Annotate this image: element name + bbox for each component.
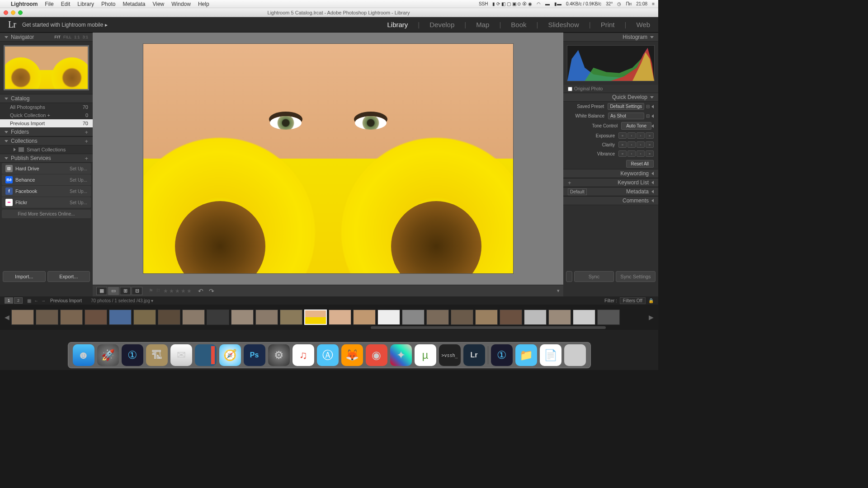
- toolbar-menu-icon[interactable]: ▾: [557, 288, 560, 294]
- forward-icon[interactable]: →: [41, 298, 46, 303]
- filmstrip-thumb[interactable]: [109, 310, 132, 325]
- export-button[interactable]: Export...: [47, 271, 90, 282]
- clarity-dec[interactable]: ‹: [627, 141, 636, 148]
- dock-system-preferences[interactable]: ⚙: [268, 344, 290, 366]
- dock-trash[interactable]: 🗑: [564, 344, 586, 366]
- module-slideshow[interactable]: Slideshow: [548, 21, 579, 28]
- status-menu-icon[interactable]: ≡: [652, 1, 655, 6]
- exposure-inc2[interactable]: »: [646, 132, 654, 139]
- filmstrip-right-arrow[interactable]: ▶: [649, 314, 654, 321]
- metadata-header[interactable]: Default Metadata: [563, 187, 658, 196]
- menu-help[interactable]: Help: [198, 1, 209, 7]
- vibrance-inc[interactable]: ›: [637, 150, 645, 157]
- catalog-row[interactable]: Previous Import70: [0, 119, 93, 127]
- import-button[interactable]: Import...: [3, 271, 46, 282]
- status-clock-icon[interactable]: ◷: [617, 1, 621, 6]
- filter-preset-select[interactable]: Filters Off: [620, 297, 646, 304]
- dock-document[interactable]: 📄: [540, 344, 561, 366]
- exposure-dec[interactable]: ‹: [627, 132, 636, 139]
- navigator-thumbnail[interactable]: [4, 45, 89, 90]
- vibrance-dec2[interactable]: «: [618, 150, 627, 157]
- catalog-row[interactable]: Quick Collection +0: [0, 111, 93, 119]
- filmstrip-scrollbar[interactable]: [371, 326, 606, 329]
- filmstrip-thumb[interactable]: [597, 310, 620, 325]
- app-menu[interactable]: Lightroom: [11, 1, 38, 7]
- menu-window[interactable]: Window: [171, 1, 191, 7]
- filmstrip-thumb[interactable]: [158, 310, 180, 325]
- sync-settings-button[interactable]: Sync Settings: [616, 271, 656, 282]
- collections-add-icon[interactable]: +: [85, 138, 88, 145]
- status-battery-icon[interactable]: ▮▬: [554, 1, 561, 6]
- publish-service-row[interactable]: BēBehanceSet Up...: [2, 174, 91, 185]
- original-photo-toggle[interactable]: Original Photo: [563, 85, 658, 93]
- publish-service-row[interactable]: ⊟Hard DriveSet Up...: [2, 163, 91, 174]
- saved-preset-select[interactable]: Default Settings: [608, 103, 644, 110]
- filmstrip[interactable]: ◀ ▶: [0, 305, 658, 330]
- quick-develop-header[interactable]: Quick Develop: [563, 93, 658, 102]
- metadata-preset-select[interactable]: Default: [568, 188, 587, 195]
- dock-photoshop[interactable]: Ps: [244, 344, 265, 366]
- filmstrip-thumb[interactable]: [280, 310, 302, 325]
- original-photo-checkbox[interactable]: [568, 87, 572, 91]
- catalog-header[interactable]: Catalog: [0, 94, 93, 103]
- filmstrip-thumb[interactable]: [182, 310, 205, 325]
- rotate-cw-icon[interactable]: ↷: [209, 287, 214, 295]
- window-1-button[interactable]: 1: [5, 297, 13, 304]
- dock-parallels[interactable]: [195, 344, 217, 366]
- flag-icon[interactable]: ⚑: [149, 288, 153, 294]
- histogram-graph[interactable]: [567, 45, 655, 81]
- filmstrip-thumb[interactable]: [573, 310, 595, 325]
- keyword-add-icon[interactable]: +: [568, 179, 571, 186]
- publish-header[interactable]: Publish Services +: [0, 154, 93, 163]
- dock-itunes[interactable]: ♫: [292, 344, 314, 366]
- status-icons[interactable]: ▮ ⟳ ◧ ▢ ▣ ⊙ ⦿ ◉: [492, 1, 532, 6]
- menu-photo[interactable]: Photo: [101, 1, 115, 7]
- histogram-header[interactable]: Histogram: [563, 33, 658, 42]
- collapse-icon[interactable]: [651, 114, 654, 118]
- keyword-list-header[interactable]: + Keyword List: [563, 178, 658, 187]
- loupe-view[interactable]: [93, 33, 563, 285]
- dock-1password-mini[interactable]: ①: [491, 344, 513, 366]
- dock-lightroom[interactable]: Lr: [463, 344, 485, 366]
- survey-view-button[interactable]: ⊟: [132, 287, 142, 295]
- filmstrip-thumb[interactable]: [353, 310, 376, 325]
- nav-zoom-1:1[interactable]: 1:1: [74, 35, 80, 39]
- menu-edit[interactable]: Edit: [61, 1, 71, 7]
- module-library[interactable]: Library: [387, 21, 408, 28]
- filmstrip-thumb[interactable]: [377, 310, 400, 325]
- chevron-icon[interactable]: ⊟: [646, 104, 650, 109]
- window-zoom-button[interactable]: [18, 10, 23, 15]
- window-minimize-button[interactable]: [11, 10, 15, 15]
- clarity-dec2[interactable]: «: [618, 141, 627, 148]
- exposure-inc[interactable]: ›: [637, 132, 645, 139]
- clarity-inc[interactable]: ›: [637, 141, 645, 148]
- auto-tone-button[interactable]: Auto Tone: [621, 122, 651, 130]
- filmstrip-thumb[interactable]: [36, 310, 58, 325]
- nav-zoom-fill[interactable]: FILL: [63, 35, 71, 39]
- keywording-header[interactable]: Keywording: [563, 169, 658, 178]
- sync-toggle[interactable]: [566, 271, 572, 282]
- get-started-mobile[interactable]: Get started with Lightroom mobile ▸: [22, 22, 108, 28]
- rotate-ccw-icon[interactable]: ↶: [198, 287, 203, 295]
- filmstrip-left-arrow[interactable]: ◀: [5, 314, 9, 321]
- status-flag-icon[interactable]: ▬: [545, 1, 550, 6]
- filmstrip-thumb[interactable]: [11, 310, 34, 325]
- module-print[interactable]: Print: [601, 21, 615, 28]
- filmstrip-thumb[interactable]: [255, 310, 278, 325]
- filter-lock-icon[interactable]: 🔒: [648, 298, 654, 303]
- collapse-icon[interactable]: [651, 124, 654, 128]
- reset-all-button[interactable]: Reset All: [626, 160, 654, 168]
- folders-header[interactable]: Folders +: [0, 127, 93, 136]
- loupe-view-button[interactable]: ▭: [108, 287, 119, 295]
- filmstrip-thumb[interactable]: [329, 310, 351, 325]
- dock-mail[interactable]: ✉: [170, 344, 192, 366]
- dock-firefox[interactable]: 🦊: [341, 344, 363, 366]
- nav-zoom-3:1[interactable]: 3:1: [82, 35, 88, 39]
- publish-service-row[interactable]: ••FlickrSet Up...: [2, 197, 91, 208]
- rating-stars[interactable]: ★★★★★: [163, 288, 193, 294]
- dock-appstore[interactable]: Ⓐ: [317, 344, 339, 366]
- menu-view[interactable]: View: [152, 1, 164, 7]
- dock-forklift[interactable]: 🏗: [146, 344, 168, 366]
- module-web[interactable]: Web: [636, 21, 650, 28]
- dock-1password[interactable]: ①: [122, 344, 143, 366]
